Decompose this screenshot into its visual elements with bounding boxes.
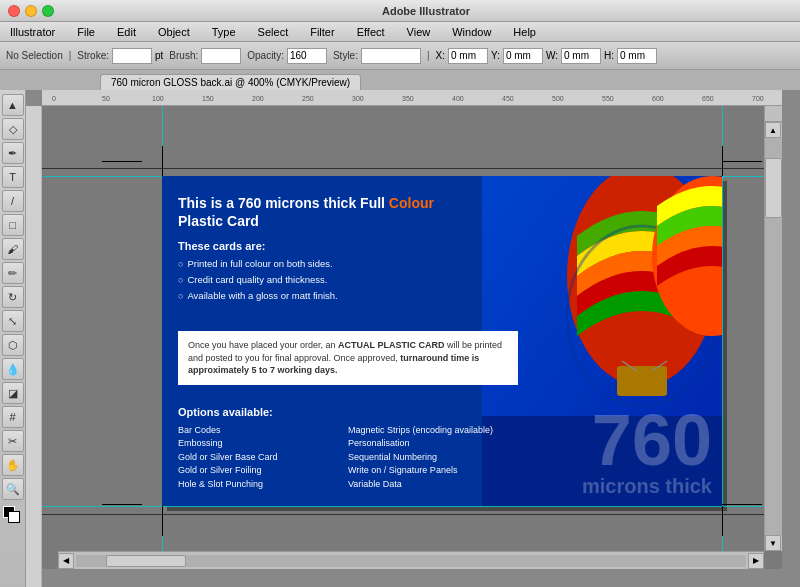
minimize-button[interactable] — [25, 5, 37, 17]
opacity-input[interactable] — [287, 48, 327, 64]
card-bullet-list: Printed in full colour on both sides. Cr… — [178, 258, 476, 302]
scroll-right-button[interactable]: ▶ — [748, 553, 764, 569]
options-col2: Magnetic Strips (encoding available) Per… — [348, 424, 548, 492]
option-barcodes: Bar Codes — [178, 424, 338, 438]
opacity-group: Opacity: — [247, 48, 327, 64]
option-variable-data: Variable Data — [348, 478, 548, 492]
w-input[interactable] — [561, 48, 601, 64]
scroll-h-thumb[interactable] — [106, 555, 186, 567]
scale-button[interactable]: ⤡ — [2, 310, 24, 332]
notice-text-1: Once you have placed your order, an — [188, 340, 338, 350]
canvas-area[interactable]: 0 50 100 150 200 250 300 350 400 450 500… — [26, 90, 800, 587]
scrollbar-vertical[interactable]: ▲ ▼ — [764, 122, 782, 551]
guide-horizontal-2 — [42, 506, 782, 507]
svg-text:600: 600 — [652, 95, 664, 102]
bleed-guide-top — [42, 168, 782, 169]
menu-illustrator[interactable]: Illustrator — [4, 26, 61, 38]
bullet-item-2: Credit card quality and thickness. — [178, 274, 476, 287]
pen-tool-button[interactable]: ✒ — [2, 142, 24, 164]
card-title-part1: This is a 760 microns thick Full — [178, 195, 389, 211]
traffic-lights[interactable] — [8, 5, 54, 17]
scroll-v-track[interactable] — [765, 138, 782, 535]
hand-tool-button[interactable]: ✋ — [2, 454, 24, 476]
line-tool-button[interactable]: / — [2, 190, 24, 212]
svg-text:550: 550 — [602, 95, 614, 102]
scroll-h-track[interactable] — [76, 555, 746, 567]
svg-text:300: 300 — [352, 95, 364, 102]
maximize-button[interactable] — [42, 5, 54, 17]
title-bar: Adobe Illustrator — [0, 0, 800, 22]
scroll-v-thumb[interactable] — [765, 158, 782, 218]
rotate-button[interactable]: ↻ — [2, 286, 24, 308]
svg-rect-18 — [26, 106, 42, 587]
pencil-button[interactable]: ✏ — [2, 262, 24, 284]
type-tool-button[interactable]: T — [2, 166, 24, 188]
scroll-down-button[interactable]: ▼ — [765, 535, 781, 551]
menu-file[interactable]: File — [71, 26, 101, 38]
card-text-content: This is a 760 microns thick Full Colour … — [162, 176, 492, 330]
scrollbar-horizontal[interactable]: ◀ ▶ — [58, 551, 764, 569]
svg-text:150: 150 — [202, 95, 214, 102]
menu-filter[interactable]: Filter — [304, 26, 340, 38]
style-input[interactable] — [361, 48, 421, 64]
color-selector[interactable] — [3, 506, 23, 524]
selection-label: No Selection — [6, 50, 63, 61]
760-number: 760 — [582, 404, 712, 476]
option-gold-silver-base: Gold or Silver Base Card — [178, 451, 338, 465]
x-input[interactable] — [448, 48, 488, 64]
coords-group: X: Y: W: H: — [436, 48, 657, 64]
paintbrush-button[interactable]: 🖌 — [2, 238, 24, 260]
rect-tool-button[interactable]: □ — [2, 214, 24, 236]
ruler-v-svg — [26, 106, 42, 587]
opacity-label: Opacity: — [247, 50, 284, 61]
workspace: ▲ ◇ ✒ T / □ 🖌 ✏ ↻ ⤡ ⬡ 💧 ◪ # ✂ ✋ 🔍 0 — [0, 90, 800, 587]
menu-window[interactable]: Window — [446, 26, 497, 38]
bleed-guide-bottom — [42, 514, 782, 515]
menu-effect[interactable]: Effect — [351, 26, 391, 38]
stroke-group: Stroke: pt — [77, 48, 163, 64]
scroll-left-button[interactable]: ◀ — [58, 553, 74, 569]
scroll-corner — [764, 106, 782, 122]
svg-text:650: 650 — [702, 95, 714, 102]
mesh-button[interactable]: # — [2, 406, 24, 428]
stroke-input[interactable] — [112, 48, 152, 64]
doc-tab[interactable]: 760 micron GLOSS back.ai @ 400% (CMYK/Pr… — [100, 74, 361, 90]
svg-text:100: 100 — [152, 95, 164, 102]
menu-type[interactable]: Type — [206, 26, 242, 38]
selection-tool-button[interactable]: ▲ — [2, 94, 24, 116]
svg-rect-23 — [617, 366, 667, 396]
close-button[interactable] — [8, 5, 20, 17]
menu-edit[interactable]: Edit — [111, 26, 142, 38]
option-sequential: Sequential Numbering — [348, 451, 548, 465]
eyedropper-button[interactable]: 💧 — [2, 358, 24, 380]
blend-button[interactable]: ⬡ — [2, 334, 24, 356]
app-title: Adobe Illustrator — [60, 5, 792, 17]
doc-tab-label: 760 micron GLOSS back.ai @ 400% (CMYK/Pr… — [111, 77, 350, 88]
zoom-tool-button[interactable]: 🔍 — [2, 478, 24, 500]
crop-mark-tr-v — [722, 146, 723, 176]
svg-text:400: 400 — [452, 95, 464, 102]
ruler-h-svg: 0 50 100 150 200 250 300 350 400 450 500… — [42, 90, 782, 105]
option-hole-slot: Hole & Slot Punching — [178, 478, 338, 492]
option-gold-silver-foiling: Gold or Silver Foiling — [178, 464, 338, 478]
w-label: W: — [546, 50, 558, 61]
crop-mark-br-h — [722, 504, 762, 505]
svg-text:50: 50 — [102, 95, 110, 102]
brush-input[interactable] — [201, 48, 241, 64]
large-760-text: 760 microns thick — [582, 404, 712, 496]
menu-view[interactable]: View — [401, 26, 437, 38]
slice-button[interactable]: ✂ — [2, 430, 24, 452]
h-input[interactable] — [617, 48, 657, 64]
brush-label: Brush: — [169, 50, 198, 61]
menu-select[interactable]: Select — [252, 26, 295, 38]
style-label: Style: — [333, 50, 358, 61]
y-input[interactable] — [503, 48, 543, 64]
direct-selection-button[interactable]: ◇ — [2, 118, 24, 140]
notice-bold-1: ACTUAL PLASTIC CARD — [338, 340, 444, 350]
canvas-inner[interactable]: This is a 760 microns thick Full Colour … — [42, 106, 782, 569]
menu-help[interactable]: Help — [507, 26, 542, 38]
h-label: H: — [604, 50, 614, 61]
scroll-up-button[interactable]: ▲ — [765, 122, 781, 138]
menu-object[interactable]: Object — [152, 26, 196, 38]
gradient-button[interactable]: ◪ — [2, 382, 24, 404]
